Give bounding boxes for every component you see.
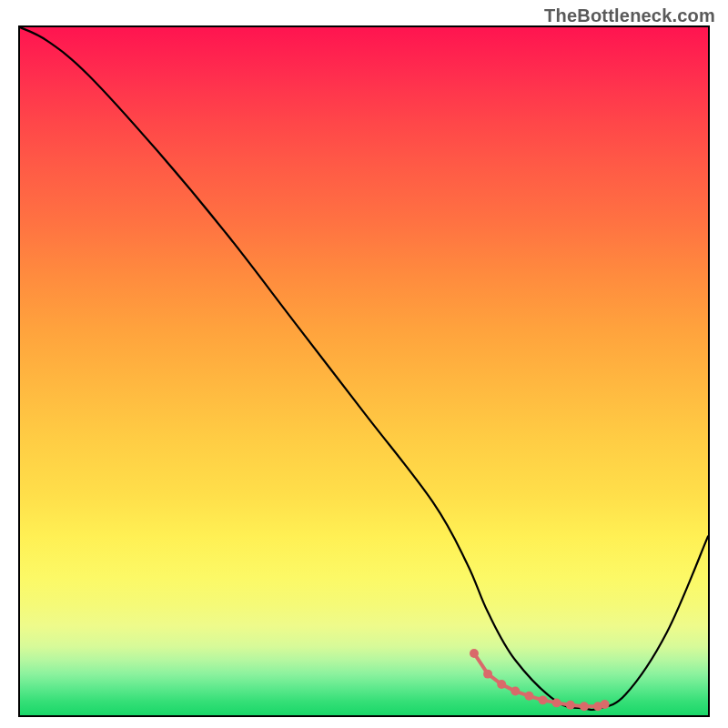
marker-dot [497,680,506,689]
marker-dot [470,649,479,658]
marker-dot [511,687,520,696]
marker-dot [524,692,533,701]
curve-line [20,27,708,710]
marker-dot [580,702,589,711]
marker-dot [601,700,610,709]
marker-dot [539,695,548,704]
bottom-markers [470,649,610,711]
marker-dot [552,698,561,707]
marker-dot [483,670,492,679]
plot-area [18,25,710,717]
watermark-text: TheBottleneck.com [544,5,715,26]
chart-container: TheBottleneck.com [0,0,728,728]
marker-dot [566,701,575,710]
chart-svg [20,27,708,715]
